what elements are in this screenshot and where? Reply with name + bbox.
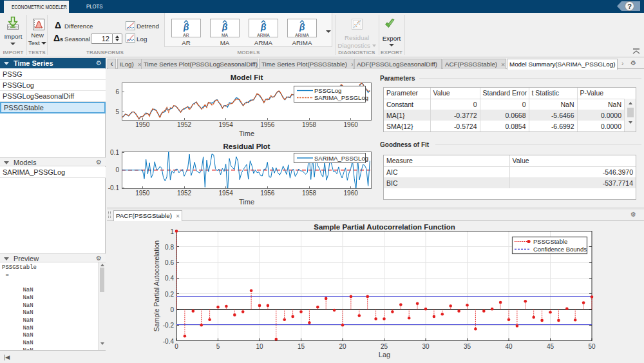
svg-text:Model Fit: Model Fit — [231, 74, 263, 81]
svg-text:1960: 1960 — [344, 121, 359, 128]
svg-text:1958: 1958 — [302, 121, 317, 128]
svg-text:Time: Time — [239, 130, 254, 137]
svg-text:Sample Partial Autocorrelation: Sample Partial Autocorrelation Function — [314, 223, 455, 231]
svg-text:1954: 1954 — [219, 190, 234, 197]
svg-text:1960: 1960 — [344, 190, 359, 197]
svg-text:-0.4: -0.4 — [163, 338, 175, 345]
svg-text:1958: 1958 — [302, 190, 317, 197]
svg-text:45: 45 — [547, 343, 554, 350]
svg-text:35: 35 — [464, 343, 471, 350]
svg-text:SARIMA_PSSGLog: SARIMA_PSSGLog — [314, 94, 368, 101]
svg-text:10: 10 — [256, 343, 263, 350]
svg-text:50: 50 — [588, 343, 596, 350]
svg-text:0.4: 0.4 — [165, 275, 174, 282]
svg-text:PSSGStable: PSSGStable — [533, 238, 567, 245]
svg-text:PSSGLog: PSSGLog — [314, 87, 341, 94]
svg-text:1952: 1952 — [177, 121, 192, 128]
svg-text:1: 1 — [170, 228, 174, 235]
svg-text:Residual Plot: Residual Plot — [223, 142, 270, 150]
svg-text:0: 0 — [115, 166, 119, 173]
svg-text:-0.2: -0.2 — [163, 322, 175, 329]
svg-text:5: 5 — [115, 108, 119, 115]
svg-text:1956: 1956 — [260, 121, 275, 128]
svg-text:Lag: Lag — [379, 351, 390, 358]
svg-text:25: 25 — [381, 343, 388, 350]
svg-text:Time: Time — [239, 198, 254, 206]
svg-text:0.6: 0.6 — [165, 259, 174, 266]
svg-text:1950: 1950 — [135, 190, 150, 197]
svg-text:-0.1: -0.1 — [108, 184, 120, 191]
svg-text:0.8: 0.8 — [165, 244, 174, 251]
svg-text:1950: 1950 — [135, 121, 150, 128]
svg-text:20: 20 — [339, 343, 346, 350]
svg-text:6: 6 — [115, 88, 119, 95]
svg-text:40: 40 — [505, 343, 513, 350]
svg-text:0: 0 — [170, 306, 174, 313]
svg-text:1956: 1956 — [260, 190, 275, 197]
svg-text:0.2: 0.2 — [165, 291, 174, 298]
svg-text:Confidence Bounds: Confidence Bounds — [533, 246, 587, 253]
svg-text:0.1: 0.1 — [110, 149, 119, 156]
svg-text:0: 0 — [175, 343, 178, 350]
svg-text:5: 5 — [216, 343, 220, 350]
svg-text:1952: 1952 — [177, 190, 192, 197]
svg-text:1954: 1954 — [219, 121, 234, 128]
svg-text:SARIMA_PSSGLog: SARIMA_PSSGLog — [314, 155, 368, 162]
svg-text:15: 15 — [298, 343, 305, 350]
svg-text:Sample Partial Autocorrelation: Sample Partial Autocorrelation — [153, 240, 160, 331]
svg-text:30: 30 — [422, 343, 430, 350]
